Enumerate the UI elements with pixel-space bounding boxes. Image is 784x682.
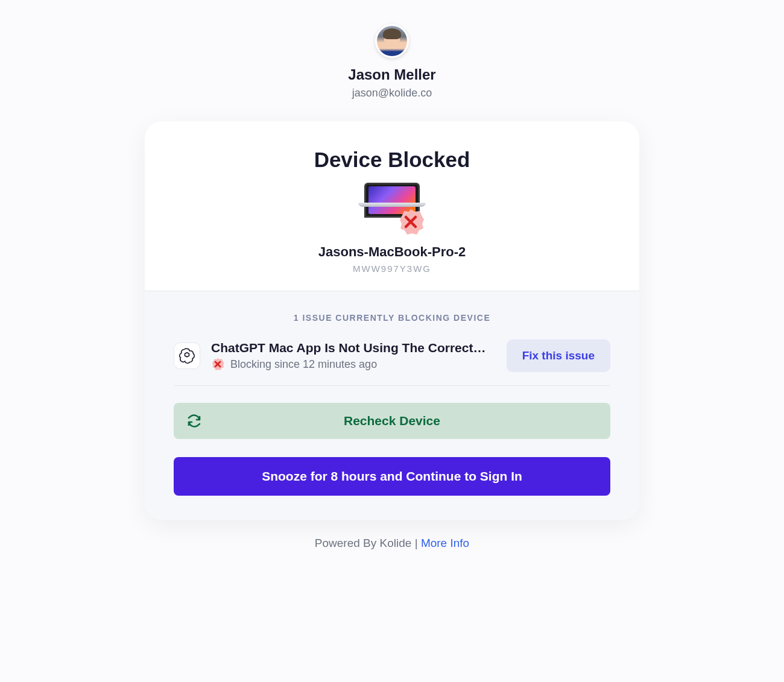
blocked-badge-icon [397, 208, 425, 236]
card-header: Device Blocked Jasons-MacBook-Pro-2 MWW9… [145, 121, 639, 291]
footer-prefix: Powered By Kolide | [315, 537, 421, 549]
issue-row: ChatGPT Mac App Is Not Using The Correct… [174, 339, 610, 386]
chatgpt-icon [174, 343, 200, 369]
issue-title: ChatGPT Mac App Is Not Using The Correct… [211, 341, 496, 355]
blocking-badge-icon [211, 358, 224, 371]
card-title: Device Blocked [314, 148, 470, 172]
issue-status-text: Blocking since 12 minutes ago [230, 358, 377, 371]
fix-issue-button[interactable]: Fix this issue [507, 339, 610, 372]
issue-text: ChatGPT Mac App Is Not Using The Correct… [211, 341, 496, 371]
issues-header: 1 ISSUE CURRENTLY BLOCKING DEVICE [174, 313, 610, 323]
device-image [356, 183, 428, 236]
user-email: jason@kolide.co [352, 87, 432, 99]
recheck-label: Recheck Device [344, 414, 440, 428]
footer: Powered By Kolide | More Info [315, 537, 469, 550]
device-name: Jasons-MacBook-Pro-2 [318, 244, 466, 260]
user-header: Jason Meller jason@kolide.co [348, 24, 435, 99]
snooze-continue-button[interactable]: Snooze for 8 hours and Continue to Sign … [174, 457, 610, 496]
card-body: 1 ISSUE CURRENTLY BLOCKING DEVICE ChatGP… [145, 291, 639, 520]
issue-status: Blocking since 12 minutes ago [211, 358, 496, 371]
refresh-icon [187, 414, 201, 428]
user-avatar [375, 24, 409, 58]
user-name: Jason Meller [348, 66, 435, 83]
device-card: Device Blocked Jasons-MacBook-Pro-2 MWW9… [145, 121, 639, 520]
recheck-device-button[interactable]: Recheck Device [174, 403, 610, 439]
more-info-link[interactable]: More Info [421, 537, 469, 549]
device-serial: MWW997Y3WG [353, 264, 431, 274]
